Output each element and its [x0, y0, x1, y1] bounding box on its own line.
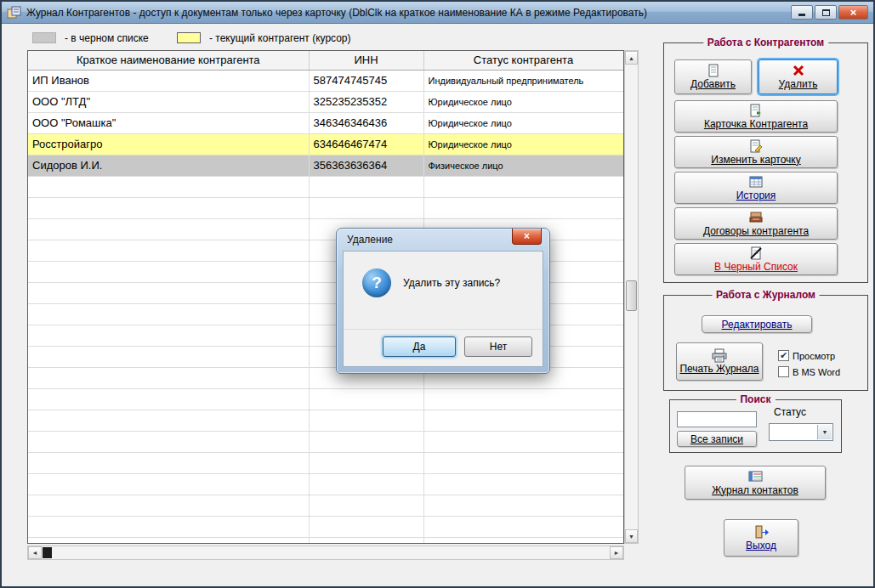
name-cell[interactable] — [28, 282, 309, 303]
inn-cell[interactable] — [309, 410, 423, 431]
status-cell[interactable]: Индивидуальный предприниматель — [423, 70, 623, 91]
status-combobox[interactable]: ▼ — [769, 423, 833, 441]
vertical-scroll-thumb[interactable] — [626, 280, 637, 311]
close-button[interactable]: × — [838, 5, 868, 20]
blacklist-button[interactable]: В Черный Список — [674, 243, 838, 275]
name-cell[interactable] — [28, 346, 309, 367]
name-cell[interactable] — [28, 516, 309, 537]
inn-cell[interactable]: 634646467474 — [309, 133, 423, 155]
delete-button[interactable]: Удалить — [759, 59, 838, 94]
name-cell[interactable] — [28, 452, 309, 473]
inn-cell[interactable]: 356363636364 — [309, 155, 423, 176]
inn-cell[interactable] — [309, 537, 423, 544]
inn-cell[interactable] — [309, 431, 423, 452]
status-cell[interactable] — [423, 388, 623, 410]
inn-cell[interactable] — [309, 388, 423, 410]
msword-checkbox-row[interactable]: ✔ В MS Word — [778, 366, 840, 377]
horizontal-scrollbar[interactable]: ◄ ► — [27, 546, 624, 560]
name-cell[interactable]: ООО "ЛТД" — [28, 91, 309, 112]
all-records-button[interactable]: Все записи — [677, 431, 757, 447]
maximize-button[interactable] — [815, 5, 837, 20]
status-cell[interactable]: Юридическое лицо — [423, 91, 623, 112]
dialog-yes-button[interactable]: Да — [383, 336, 456, 357]
name-cell[interactable] — [28, 197, 309, 218]
column-header-name[interactable]: Краткое наименование контрагента — [28, 51, 309, 70]
column-header-inn[interactable]: ИНН — [309, 51, 423, 70]
print-journal-button[interactable]: Печать Журнала — [676, 342, 763, 381]
scroll-right-button[interactable]: ► — [610, 546, 623, 559]
combobox-dropdown-button[interactable]: ▼ — [817, 425, 832, 439]
scroll-left-button[interactable]: ◄ — [28, 546, 42, 559]
name-cell[interactable] — [28, 218, 309, 240]
edit-mode-button[interactable]: Редактировать — [702, 315, 812, 333]
name-cell[interactable] — [28, 431, 309, 452]
status-cell[interactable] — [423, 516, 623, 537]
name-cell[interactable]: ООО "Ромашка" — [28, 112, 309, 133]
inn-cell[interactable] — [309, 473, 423, 495]
name-cell[interactable]: Сидоров И.И. — [28, 155, 309, 176]
name-cell[interactable] — [28, 367, 309, 388]
preview-checkbox-row[interactable]: ✔ Просмотр — [778, 350, 835, 361]
table-row[interactable] — [28, 410, 623, 431]
table-row[interactable] — [28, 176, 623, 197]
inn-cell[interactable]: 587474745745 — [309, 70, 423, 91]
table-row[interactable] — [28, 452, 623, 473]
name-cell[interactable] — [28, 303, 309, 325]
minimize-button[interactable] — [791, 5, 813, 20]
add-button[interactable]: Добавить — [674, 59, 752, 94]
status-cell[interactable]: Юридическое лицо — [423, 133, 623, 155]
inn-cell[interactable] — [309, 452, 423, 473]
name-cell[interactable]: Росстройагро — [28, 133, 309, 155]
contractor-card-button[interactable]: Карточка Контрагента — [674, 100, 838, 133]
inn-cell[interactable]: 325235235352 — [309, 91, 423, 112]
status-cell[interactable] — [423, 197, 623, 218]
name-cell[interactable] — [28, 537, 309, 544]
name-cell[interactable] — [28, 176, 309, 197]
status-cell[interactable] — [423, 495, 623, 516]
table-row[interactable] — [28, 197, 623, 218]
status-cell[interactable] — [423, 452, 623, 473]
scroll-down-button[interactable]: ▼ — [625, 529, 638, 543]
contracts-button[interactable]: Договоры контрагента — [674, 207, 838, 240]
table-row[interactable] — [28, 388, 623, 410]
edit-card-button[interactable]: Изменить карточку — [674, 136, 838, 168]
table-row[interactable]: ИП Иванов 587474745745 Индивидуальный пр… — [28, 70, 623, 91]
name-cell[interactable]: ИП Иванов — [28, 70, 309, 91]
inn-cell[interactable]: 346346346436 — [309, 112, 423, 133]
inn-cell[interactable] — [309, 197, 423, 218]
dialog-close-button[interactable]: × — [512, 229, 542, 245]
table-row[interactable] — [28, 537, 623, 544]
name-cell[interactable] — [28, 240, 309, 261]
status-cell[interactable] — [423, 176, 623, 197]
search-input[interactable] — [677, 411, 757, 427]
status-cell[interactable] — [423, 431, 623, 452]
table-row[interactable] — [28, 516, 623, 537]
horizontal-scroll-thumb[interactable] — [43, 547, 52, 558]
exit-button[interactable]: Выход — [724, 519, 798, 557]
name-cell[interactable] — [28, 495, 309, 516]
status-cell[interactable] — [423, 473, 623, 495]
table-row[interactable]: ООО "ЛТД" 325235235352 Юридическое лицо — [28, 91, 623, 112]
status-cell[interactable] — [423, 537, 623, 544]
table-row[interactable] — [28, 473, 623, 495]
scroll-up-button[interactable]: ▲ — [625, 51, 638, 65]
history-button[interactable]: История — [674, 172, 838, 204]
name-cell[interactable] — [28, 261, 309, 282]
msword-checkbox[interactable]: ✔ — [778, 366, 789, 377]
name-cell[interactable] — [28, 325, 309, 346]
column-header-status[interactable]: Статус контрагента — [423, 51, 623, 70]
status-cell[interactable] — [423, 410, 623, 431]
table-row[interactable]: Росстройагро 634646467474 Юридическое ли… — [28, 133, 623, 155]
inn-cell[interactable] — [309, 495, 423, 516]
name-cell[interactable] — [28, 410, 309, 431]
dialog-no-button[interactable]: Нет — [464, 336, 532, 357]
table-row[interactable]: Сидоров И.И. 356363636364 Физическое лиц… — [28, 155, 623, 176]
inn-cell[interactable] — [309, 176, 423, 197]
status-cell[interactable]: Юридическое лицо — [423, 112, 623, 133]
table-row[interactable] — [28, 495, 623, 516]
name-cell[interactable] — [28, 473, 309, 495]
vertical-scrollbar[interactable]: ▲ ▼ — [624, 50, 639, 544]
preview-checkbox[interactable]: ✔ — [778, 350, 789, 361]
inn-cell[interactable] — [309, 516, 423, 537]
name-cell[interactable] — [28, 388, 309, 410]
